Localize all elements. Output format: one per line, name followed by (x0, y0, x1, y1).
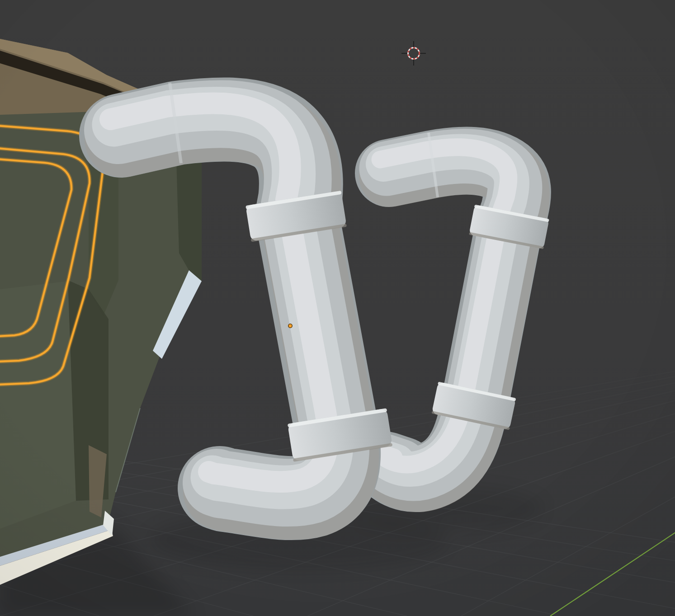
viewport-canvas[interactable] (0, 0, 675, 616)
viewport-vignette (0, 0, 675, 616)
blender-3d-viewport[interactable] (0, 0, 675, 616)
